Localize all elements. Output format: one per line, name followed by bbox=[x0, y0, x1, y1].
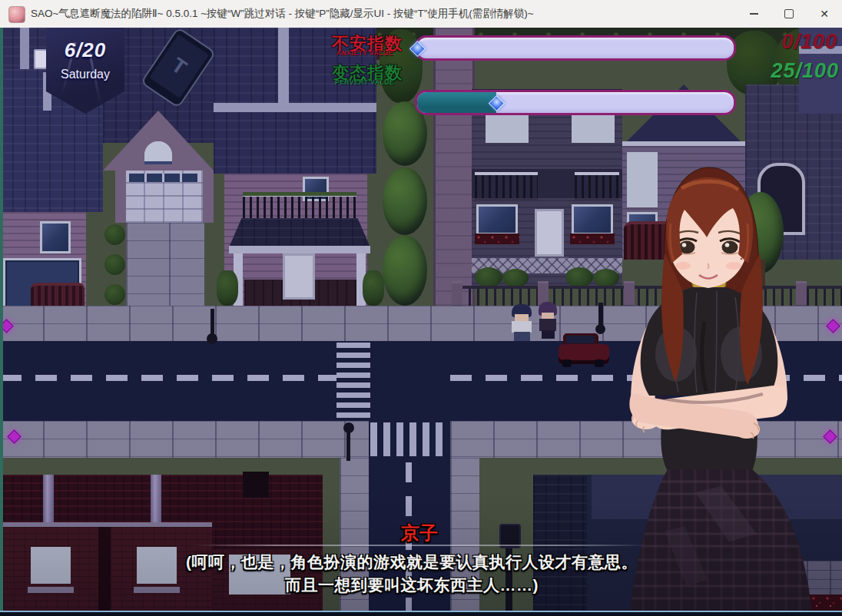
planter-bush bbox=[363, 270, 384, 306]
crosswalk bbox=[370, 422, 449, 456]
npc-sprite-face bbox=[515, 314, 529, 321]
front-door bbox=[535, 209, 564, 257]
calendar-weekday: Saturday bbox=[46, 68, 124, 81]
dialog-divider bbox=[192, 545, 647, 546]
npc-sprite-body bbox=[539, 319, 556, 331]
garage-wall bbox=[203, 171, 214, 223]
minimize-icon bbox=[750, 13, 758, 15]
car-wheel bbox=[562, 359, 572, 367]
npc-sprite-body bbox=[512, 321, 532, 333]
balcony-vine bbox=[243, 192, 356, 196]
bar-fill bbox=[417, 92, 496, 113]
game-window: SAO~气息遮断魔法的陷阱Ⅱ~ 0.5.0.1 ~按键“W”跳过对话 - 按键“… bbox=[0, 0, 842, 616]
balcony-railing bbox=[475, 172, 538, 200]
dialog-text-line2: 而且一想到要叫这坏东西主人……) bbox=[0, 575, 824, 596]
pervert-value: 25/100 bbox=[745, 59, 839, 83]
dialog-box[interactable]: 京子 (呵呵，也是，角色扮演的游戏就是要认真执行人设才有意思。 而且一想到要叫这… bbox=[0, 519, 842, 616]
car-window bbox=[566, 336, 595, 343]
calendar-icon bbox=[34, 49, 48, 69]
app-icon bbox=[8, 6, 25, 23]
anxiety-bar bbox=[415, 35, 736, 61]
flower-box bbox=[475, 233, 519, 244]
npc-sprite-legs bbox=[514, 332, 530, 341]
garage-wall bbox=[115, 171, 126, 223]
window bbox=[40, 221, 71, 253]
bush bbox=[502, 269, 529, 287]
car-wheel bbox=[595, 359, 604, 367]
tree bbox=[383, 167, 427, 235]
anxiety-label-en: ANXIETY VALUE bbox=[336, 49, 421, 57]
roof-ridge bbox=[214, 103, 376, 112]
bush bbox=[104, 224, 125, 245]
bush bbox=[104, 284, 125, 305]
crosswalk bbox=[336, 343, 370, 419]
gable-arch-window bbox=[144, 141, 172, 164]
front-door bbox=[283, 253, 315, 300]
window-glass bbox=[574, 207, 611, 233]
chimney bbox=[243, 472, 269, 498]
lamp-globe bbox=[207, 333, 217, 344]
north-road bbox=[433, 28, 475, 306]
bush bbox=[475, 267, 502, 287]
npc-sprite-face bbox=[542, 313, 554, 319]
bush bbox=[565, 267, 593, 287]
planter-bush bbox=[217, 270, 238, 306]
roof-ridge bbox=[20, 28, 29, 75]
lamp-post bbox=[346, 430, 350, 461]
dialog-speaker-name: 京子 bbox=[0, 521, 839, 545]
road-centerline bbox=[0, 375, 336, 381]
fence-pillar bbox=[452, 281, 462, 307]
dialog-text-line1: (呵呵，也是，角色扮演的游戏就是要认真执行人设才有意思。 bbox=[0, 551, 824, 573]
npc-sprite-legs bbox=[542, 330, 555, 339]
title-bar: SAO~气息遮断魔法的陷阱Ⅱ~ 0.5.0.1 ~按键“W”跳过对话 - 按键“… bbox=[0, 0, 842, 28]
window bbox=[476, 204, 518, 235]
maximize-button[interactable] bbox=[771, 0, 807, 28]
game-viewport[interactable]: 京子 (呵呵，也是，角色扮演的游戏就是要认真执行人设才有意思。 而且一想到要叫这… bbox=[0, 28, 842, 616]
porch-awning bbox=[229, 218, 370, 247]
minimize-button[interactable] bbox=[736, 0, 771, 28]
balcony-railing bbox=[243, 194, 356, 222]
garage-door-windows bbox=[129, 174, 200, 182]
close-button[interactable]: ✕ bbox=[807, 0, 842, 28]
porch-header bbox=[229, 246, 370, 253]
lamp-globe bbox=[595, 324, 605, 334]
window-title: SAO~气息遮断魔法的陷阱Ⅱ~ 0.5.0.1 ~按键“W”跳过对话 - 按键“… bbox=[31, 0, 534, 28]
sidewalk-bottom bbox=[0, 421, 369, 458]
viewport-left-edge bbox=[0, 28, 3, 616]
viewport-bottom-edge bbox=[0, 611, 842, 616]
maximize-icon bbox=[784, 9, 794, 18]
pervert-label-en: PERVERT VALUE bbox=[335, 78, 419, 86]
flower-box bbox=[570, 233, 615, 244]
bush bbox=[104, 254, 125, 275]
window bbox=[572, 204, 613, 235]
roof-ridge bbox=[278, 28, 289, 104]
window-glass bbox=[42, 224, 68, 251]
anxiety-value: 0/100 bbox=[745, 30, 837, 54]
calendar-date: 6/20 bbox=[46, 38, 124, 62]
tree bbox=[383, 235, 427, 306]
window-glass bbox=[479, 207, 515, 233]
pervert-bar bbox=[415, 90, 736, 115]
